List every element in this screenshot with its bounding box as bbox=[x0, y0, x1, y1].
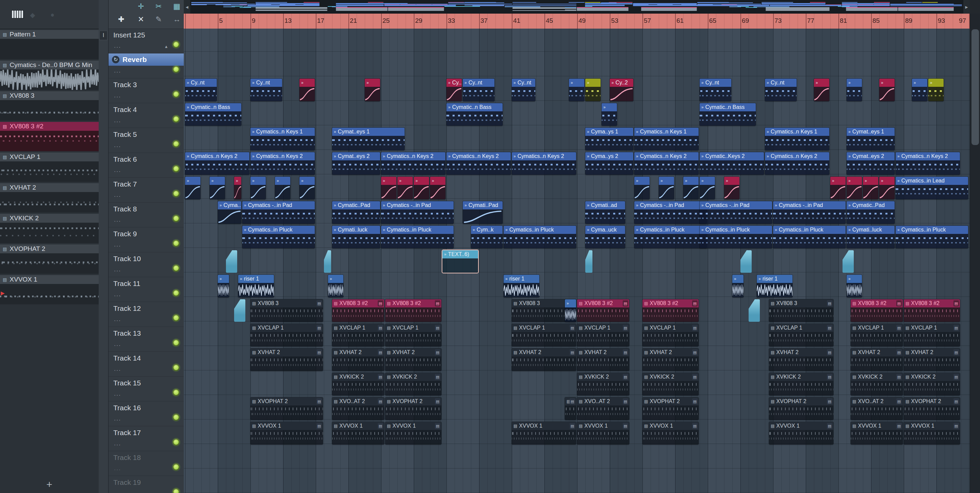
playlist-clip[interactable]: »Cymatics..in Lead bbox=[896, 177, 968, 199]
playlist-clip[interactable]: » bbox=[569, 79, 584, 101]
playlist-clip[interactable]: ▤XVHAT 2▤ bbox=[332, 348, 384, 371]
pattern-item-label-bar[interactable]: ▤XVCLAP 1 bbox=[0, 153, 99, 161]
panel-collapse-handle[interactable]: I bbox=[99, 30, 108, 40]
track-header-track-14[interactable]: Track 14... bbox=[108, 352, 184, 377]
playlist-clip[interactable]: ▤XVKICK 2▤ bbox=[904, 373, 960, 395]
collapse-arrow-icon[interactable]: ▴ bbox=[165, 43, 167, 49]
add-pattern-button[interactable]: + bbox=[0, 479, 99, 490]
playlist-clip[interactable]: » bbox=[830, 177, 846, 199]
minimap-scroll-right-icon[interactable]: ▸ bbox=[963, 0, 970, 14]
playlist-clip[interactable]: » bbox=[585, 79, 601, 101]
playlist-clip[interactable]: » bbox=[299, 177, 315, 199]
playlist-clip[interactable] bbox=[843, 250, 854, 273]
track-mute-led[interactable] bbox=[172, 389, 180, 396]
pattern-item-label-bar[interactable]: ▤XV808 3 bbox=[0, 91, 99, 100]
playlist-clip[interactable]: »Cymati..luck bbox=[332, 226, 380, 248]
pattern-item[interactable]: ▤Pattern 1 bbox=[0, 30, 99, 61]
playlist-clip[interactable] bbox=[324, 250, 331, 273]
playlist-clip[interactable]: ▤XVKICK 2▤ bbox=[385, 373, 441, 395]
playlist-clip[interactable]: ▤XVOPHAT 2▤ bbox=[769, 397, 833, 420]
pattern-item-label-bar[interactable]: ▤XVVOX 1 bbox=[0, 275, 99, 284]
track-mute-led[interactable] bbox=[172, 488, 180, 493]
playlist-clip[interactable]: »Cymatics..in Pluck bbox=[381, 226, 453, 248]
pattern-item-label-bar[interactable]: ▤Cymatics - De..0 BPM G Min bbox=[0, 61, 99, 69]
playlist-clip[interactable]: »Cymat..eys 1 bbox=[332, 128, 404, 150]
playlist-clip[interactable] bbox=[585, 250, 592, 273]
playlist-clip[interactable]: » bbox=[732, 275, 743, 297]
playlist-clip[interactable]: » bbox=[381, 177, 396, 199]
playlist-clip[interactable] bbox=[226, 250, 237, 273]
pattern-item[interactable]: ▤XVHAT 2 bbox=[0, 183, 99, 214]
picker-scrollbar[interactable]: I bbox=[99, 0, 108, 493]
scrollbar-thumb[interactable] bbox=[972, 29, 979, 145]
piano-keyboard-icon[interactable] bbox=[11, 10, 24, 18]
playlist-clip[interactable]: ▤XVO..AT 2▤ bbox=[577, 397, 629, 420]
playlist-clip[interactable]: »Cymatics..n Keys 1 bbox=[634, 128, 698, 150]
playlist-clip[interactable]: »TEXT..6) bbox=[442, 250, 478, 273]
playlist-clip[interactable]: ▤▤ bbox=[565, 397, 576, 420]
playlist-clip[interactable]: »Cymat..eys 1 bbox=[846, 128, 894, 150]
playlist-clip[interactable]: »Cymati..luck bbox=[846, 226, 894, 248]
track-header-track-17[interactable]: Track 17... bbox=[108, 426, 184, 451]
playlist-clip[interactable]: » bbox=[928, 79, 943, 101]
playlist-clip[interactable]: ▤XVOPHAT 2▤ bbox=[643, 397, 698, 420]
playlist-clip[interactable]: »Cymatics -..in Pad bbox=[773, 201, 846, 224]
playlist-clip[interactable] bbox=[234, 299, 245, 322]
playlist-clip[interactable]: » bbox=[700, 177, 715, 199]
track-header-track-15[interactable]: Track 15... bbox=[108, 377, 184, 401]
playlist-clip[interactable]: ▤XVCLAP 1▤ bbox=[851, 324, 903, 346]
playlist-clip[interactable]: »Cymatic..Pad bbox=[846, 201, 894, 224]
playlist-clip[interactable]: »Cy..nt bbox=[185, 79, 217, 101]
playlist-clip[interactable]: ▤XVCLAP 1▤ bbox=[577, 324, 629, 346]
pattern-item[interactable]: ▤XVCLAP 1 bbox=[0, 153, 99, 183]
playlist-clip[interactable]: » bbox=[846, 177, 862, 199]
playlist-clip[interactable]: »Cymatics..in Pluck bbox=[700, 226, 772, 248]
playlist-clip[interactable]: ▤XVCLAP 1▤ bbox=[643, 324, 698, 346]
track-mute-led[interactable] bbox=[172, 314, 180, 321]
track-header-track-6[interactable]: Track 6... bbox=[108, 153, 184, 178]
pattern-item-label-bar[interactable]: ▤XVKICK 2 bbox=[0, 214, 99, 223]
track-mute-led[interactable] bbox=[172, 339, 180, 346]
playlist-clip[interactable]: » bbox=[365, 79, 380, 101]
pattern-item[interactable]: ▤Cymatics - De..0 BPM G Min bbox=[0, 61, 99, 91]
slide-tool-icon[interactable]: ✛ bbox=[138, 2, 144, 11]
playlist-clip[interactable]: ▤XVVOX 1▤ bbox=[250, 422, 323, 444]
playlist-clip[interactable]: » bbox=[846, 79, 862, 101]
playlist-clip[interactable]: ▤XVCLAP 1▤ bbox=[769, 324, 833, 346]
playlist-clip[interactable]: ▤XVOPHAT 2▤ bbox=[904, 397, 960, 420]
playlist-clip[interactable]: »Cy..2 bbox=[610, 79, 633, 101]
track-header-insert-125[interactable]: Insert 125...▴ bbox=[108, 29, 184, 53]
playlist-clip[interactable]: »Cymat..eys 2 bbox=[332, 152, 380, 175]
playlist-clip[interactable]: ▤XVVOX 1▤ bbox=[512, 422, 576, 444]
playlist-clip[interactable]: ▤XVOPHAT 2▤ bbox=[250, 397, 323, 420]
track-header-track-19[interactable]: Track 19... bbox=[108, 476, 184, 493]
playlist-clip[interactable]: »Cymatics..n Keys 2 bbox=[896, 152, 960, 175]
playlist-clip[interactable]: »Cyma..ys 2 bbox=[585, 152, 633, 175]
playlist-clip[interactable]: »Cymatics -..in Pad bbox=[381, 201, 453, 224]
playlist-clip[interactable]: »Cyma..ys 1 bbox=[585, 128, 633, 150]
playlist-clip[interactable]: »Cymatics..in Pluck bbox=[634, 226, 707, 248]
playlist-clip[interactable]: »riser 1 bbox=[238, 275, 274, 297]
playlist-clip[interactable]: ▤XVVOX 1▤ bbox=[769, 422, 833, 444]
track-header-track-16[interactable]: Track 16... bbox=[108, 401, 184, 426]
track-header-track-10[interactable]: Track 10... bbox=[108, 252, 184, 277]
track-header-track-18[interactable]: Track 18... bbox=[108, 451, 184, 476]
playlist-clip[interactable]: » bbox=[863, 177, 878, 199]
playlist-clip[interactable]: » bbox=[659, 177, 674, 199]
playlist-clip[interactable]: »riser 1 bbox=[504, 275, 539, 297]
pattern-item[interactable]: ▤XV808 3 bbox=[0, 91, 99, 122]
playlist-clip[interactable]: ▤XVVOX 1▤ bbox=[577, 422, 629, 444]
playlist-clip[interactable]: » bbox=[328, 275, 343, 297]
playlist-clip[interactable]: »Cymati..ad bbox=[585, 201, 625, 224]
playlist-clip[interactable]: ▤XVHAT 2▤ bbox=[385, 348, 441, 371]
pattern-item-label-bar[interactable]: ▤XVHAT 2 bbox=[0, 183, 99, 192]
playlist-clip[interactable]: ▤XV808 3 #2▤ bbox=[332, 299, 384, 322]
playlist-clip[interactable]: ▤XVVOX 1▤ bbox=[904, 422, 960, 444]
pattern-item[interactable]: ▤XVOPHAT 2 bbox=[0, 244, 99, 275]
playlist-clip[interactable]: »Cymatic..n Bass bbox=[185, 103, 241, 126]
playlist-clip[interactable]: » bbox=[299, 79, 315, 101]
track-mute-led[interactable] bbox=[172, 289, 180, 297]
playlist-clip[interactable]: ▤XVKICK 2▤ bbox=[643, 373, 698, 395]
playlist-clip[interactable]: »Cymatics -..in Pad bbox=[634, 201, 707, 224]
delete-tool-icon[interactable]: ✕ bbox=[138, 15, 144, 24]
